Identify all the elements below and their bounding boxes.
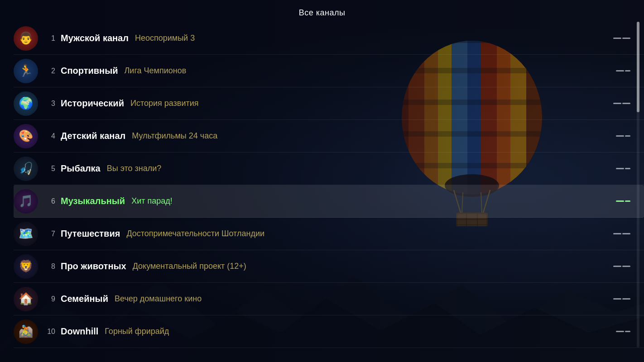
- channel-indicator: [613, 298, 630, 300]
- channel-emoji: 👨: [19, 31, 33, 45]
- channel-icon-8: 🦁: [14, 254, 38, 279]
- channel-indicator: [613, 266, 630, 267]
- channel-row-8[interactable]: 🦁 8 Про животных Документальный проект (…: [14, 250, 644, 283]
- channel-icon-9: 🏠: [14, 287, 38, 311]
- channel-number: 8: [45, 262, 55, 271]
- channel-indicator: [616, 200, 630, 202]
- channel-emoji: 🎵: [19, 194, 33, 208]
- channel-indicator: [613, 38, 630, 39]
- channel-name: Детский канал: [61, 131, 125, 141]
- channel-name: Про животных: [61, 261, 126, 272]
- channel-dash: [622, 38, 630, 39]
- channel-name: Путешествия: [61, 229, 120, 239]
- channel-dash: [613, 103, 621, 104]
- channel-indicator: [616, 70, 630, 71]
- page-header: Все каналы: [0, 0, 644, 22]
- channel-number: 2: [45, 67, 55, 75]
- channel-dash: [616, 168, 624, 169]
- channel-number: 1: [45, 34, 55, 43]
- channel-number: 6: [45, 197, 55, 205]
- channel-icon-1: 👨: [14, 26, 38, 51]
- channel-icon-10: 🚵: [14, 319, 38, 344]
- channel-dash: [616, 135, 624, 137]
- channel-program: История развития: [130, 99, 199, 108]
- main-content: Все каналы 👨 1 Мужской канал Неоспоримый…: [0, 0, 644, 362]
- channel-emoji: 🎨: [19, 129, 33, 143]
- channel-name: Рыбалка: [61, 163, 101, 174]
- channel-row-4[interactable]: 🎨 4 Детский канал Мультфильмы 24 часа: [14, 120, 644, 152]
- channel-program: Лига Чемпионов: [125, 66, 187, 76]
- channel-number: 3: [45, 100, 55, 108]
- channel-dash: [613, 298, 621, 300]
- channel-icon-4: 🎨: [14, 124, 38, 148]
- channel-dash: [616, 200, 624, 202]
- channel-icon-2: 🏃: [14, 59, 38, 83]
- channel-dash: [625, 168, 630, 169]
- channel-row-9[interactable]: 🏠 9 Семейный Вечер домашнего кино: [14, 283, 644, 315]
- channel-row-7[interactable]: 🗺️ 7 Путешествия Достопримечательности Ш…: [14, 218, 644, 250]
- channel-program: Вы это знали?: [107, 164, 162, 173]
- channel-program: Достопримечательности Шотландии: [126, 229, 264, 238]
- channel-name: Downhill: [61, 326, 98, 337]
- channel-icon-3: 🌍: [14, 91, 38, 116]
- channel-indicator: [613, 233, 630, 234]
- scrollbar-thumb[interactable]: [637, 22, 639, 112]
- channel-dash: [622, 298, 630, 300]
- channel-emoji: 🎣: [19, 162, 33, 176]
- channel-dash: [622, 266, 630, 267]
- channel-dash: [622, 233, 630, 234]
- channel-name: Музыкальный: [61, 196, 125, 206]
- scrollbar-track[interactable]: [637, 22, 639, 348]
- channel-number: 5: [45, 165, 55, 173]
- channel-program: Вечер домашнего кино: [115, 294, 202, 304]
- channel-number: 9: [45, 295, 55, 303]
- channel-name: Спортивный: [61, 66, 118, 76]
- channel-indicator: [616, 135, 630, 137]
- channel-emoji: 🦁: [19, 259, 33, 273]
- channel-dash: [613, 266, 621, 267]
- channel-dash: [625, 200, 630, 202]
- channel-icon-5: 🎣: [14, 157, 38, 181]
- channel-dash: [622, 103, 630, 104]
- channel-number: 10: [45, 328, 55, 336]
- channel-name: Мужской канал: [61, 33, 129, 43]
- channel-indicator: [616, 168, 630, 169]
- channel-program: Документальный проект (12+): [133, 262, 246, 271]
- channel-program: Неоспоримый 3: [135, 33, 195, 43]
- channel-dash: [616, 331, 624, 332]
- channel-emoji: 🗺️: [19, 227, 33, 241]
- channel-dash: [613, 38, 621, 39]
- channel-icon-6: 🎵: [14, 189, 38, 214]
- channel-emoji: 🏠: [19, 292, 33, 306]
- channel-indicator: [613, 103, 630, 104]
- channel-program: Мультфильмы 24 часа: [132, 131, 217, 141]
- channel-number: 4: [45, 132, 55, 140]
- channel-dash: [625, 135, 630, 137]
- channel-program: Горный фрирайд: [105, 327, 169, 336]
- channel-list[interactable]: 👨 1 Мужской канал Неоспоримый 3 🏃 2 Спор…: [0, 22, 644, 362]
- channel-row-10[interactable]: 🚵 10 Downhill Горный фрирайд: [14, 315, 644, 348]
- channel-indicator: [616, 331, 630, 332]
- channel-row-3[interactable]: 🌍 3 Исторический История развития: [14, 87, 644, 120]
- channel-number: 7: [45, 230, 55, 238]
- channel-row-5[interactable]: 🎣 5 Рыбалка Вы это знали?: [14, 152, 644, 185]
- channel-name: Исторический: [61, 98, 124, 109]
- channel-emoji: 🚵: [19, 324, 33, 338]
- channel-icon-7: 🗺️: [14, 222, 38, 246]
- channel-name: Семейный: [61, 294, 108, 304]
- channel-dash: [625, 70, 630, 71]
- channel-emoji: 🏃: [19, 64, 33, 78]
- channel-dash: [616, 70, 624, 71]
- channel-emoji: 🌍: [19, 96, 33, 110]
- page-title: Все каналы: [299, 8, 346, 17]
- channel-dash: [613, 233, 621, 234]
- channel-row-2[interactable]: 🏃 2 Спортивный Лига Чемпионов: [14, 55, 644, 87]
- channel-row-6[interactable]: 🎵 6 Музыкальный Хит парад!: [14, 185, 644, 218]
- channel-program: Хит парад!: [131, 196, 173, 206]
- channel-dash: [625, 331, 630, 332]
- channel-row-1[interactable]: 👨 1 Мужской канал Неоспоримый 3: [14, 22, 644, 55]
